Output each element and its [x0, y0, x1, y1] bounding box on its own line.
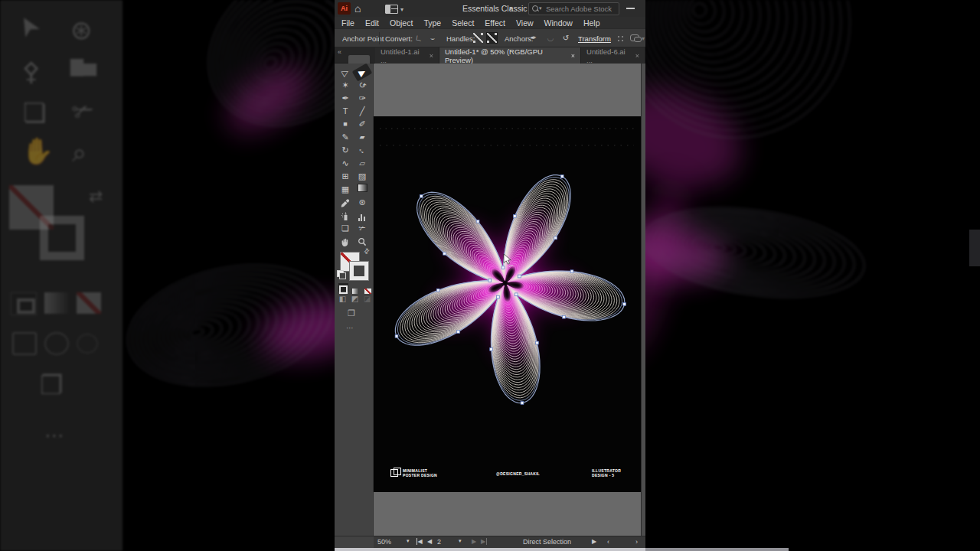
tool-perspective-grid[interactable]: ▨ — [354, 171, 371, 182]
tool-shape-builder[interactable]: ⊞ — [337, 171, 354, 182]
menu-select[interactable]: Select — [446, 18, 479, 28]
next-artboard-icon[interactable]: ▶ — [472, 538, 476, 545]
document-tab[interactable]: Untitled-1* @ 50% (RGB/GPU Preview)× — [439, 47, 581, 64]
search-placeholder: Search Adobe Stock — [546, 5, 612, 13]
tool-gradient[interactable] — [354, 184, 371, 195]
draw-inside-icon[interactable]: ◪ — [362, 295, 372, 304]
vertical-scrollbar[interactable] — [641, 64, 645, 548]
collapse-panel-chevrons[interactable]: « — [338, 48, 341, 56]
tool-hand[interactable] — [337, 236, 354, 247]
draw-normal-icon[interactable]: ◧ — [338, 295, 348, 304]
tool-curvature[interactable]: ✑ — [354, 93, 371, 104]
draw-behind-icon[interactable]: ◩ — [350, 295, 360, 304]
arrange-documents-chevron-icon[interactable]: ▾ — [400, 7, 403, 13]
blend-flower-artwork[interactable] — [374, 116, 641, 492]
status-bar: 50% ▾ ◀ ◀ 2 ▾ ▶ ▶ Direct Selection ▶ ‹ › — [335, 536, 645, 548]
connect-anchor-icon[interactable]: ◡ — [545, 33, 556, 44]
zoom-chevron-icon[interactable]: ▾ — [407, 538, 410, 544]
isolate-selection-icon[interactable]: ↺ — [560, 33, 571, 44]
tool-symbol-sprayer[interactable] — [337, 210, 354, 221]
default-fill-stroke-icon[interactable] — [337, 270, 344, 277]
menu-edit[interactable]: Edit — [360, 18, 384, 28]
artboard-number-value[interactable]: 2 — [437, 538, 441, 546]
hide-handles-icon[interactable] — [487, 33, 497, 43]
artboard[interactable]: MINIMALISTPOSTER DESIGN @DESIGNER_SHAKIL… — [374, 116, 641, 492]
menu-window[interactable]: Window — [539, 18, 578, 28]
stroke-swatch[interactable] — [350, 262, 368, 280]
align-options-icon[interactable] — [618, 36, 619, 37]
context-label: Anchor Point — [342, 34, 384, 43]
first-artboard-icon[interactable]: ◀ — [416, 538, 423, 545]
minimize-button[interactable] — [626, 8, 635, 9]
menu-view[interactable]: View — [511, 18, 539, 28]
workspace-switcher[interactable]: Essentials Classic — [462, 4, 528, 13]
background-scrollbar-blur — [969, 230, 980, 266]
home-icon[interactable]: ⌂ — [354, 2, 361, 15]
tool-free-transform[interactable]: ▱ — [354, 158, 371, 169]
tool-paintbrush[interactable]: ✐ — [354, 119, 371, 130]
screen-mode-icon[interactable]: ❐ — [348, 308, 355, 318]
tool-width[interactable]: ∿ — [337, 158, 354, 169]
menu-help[interactable]: Help — [578, 18, 606, 28]
poster-footer-right: ILLUSTRATORDESIGN - 5 — [592, 468, 621, 478]
tool-pencil[interactable]: ✎ — [337, 132, 354, 143]
remove-anchor-icon[interactable]: ✒ — [528, 33, 539, 44]
gradient-button[interactable] — [351, 283, 361, 292]
menu-effect[interactable]: Effect — [479, 18, 511, 28]
tool-line-segment[interactable]: ╱ — [354, 106, 371, 117]
toolbar-panel-grip[interactable] — [348, 55, 370, 64]
zoom-level-value[interactable]: 50% — [377, 538, 391, 546]
last-artboard-icon[interactable]: ▶ — [481, 538, 487, 545]
more-options-chevron-icon[interactable]: ▾ — [642, 36, 645, 42]
arrange-documents-icon[interactable] — [385, 5, 398, 14]
document-tabs: Untitled-1.ai ...×Untitled-1* @ 50% (RGB… — [375, 47, 645, 64]
color-button[interactable] — [338, 283, 348, 292]
tool-rotate[interactable]: ↻ — [337, 145, 354, 156]
tab-label: Untitled-6.ai ... — [586, 47, 631, 64]
hscroll-right-icon[interactable]: › — [635, 538, 638, 546]
tool-zoom[interactable] — [354, 236, 371, 247]
status-flyout-icon[interactable]: ▶ — [592, 538, 596, 545]
stroke-options-icon[interactable] — [630, 34, 639, 41]
workspace-chevron-icon[interactable]: ▾ — [509, 6, 512, 12]
tab-close-icon[interactable]: × — [571, 52, 575, 60]
stock-search-field[interactable]: ▾ Search Adobe Stock — [528, 2, 619, 15]
tab-close-icon[interactable]: × — [430, 52, 433, 60]
document-tab[interactable]: Untitled-1.ai ...× — [375, 47, 439, 64]
document-tab-bar: « Untitled-1.ai ...×Untitled-1* @ 50% (R… — [335, 47, 645, 64]
tool-artboard[interactable]: ❏ — [337, 223, 354, 234]
canvas-pasteboard[interactable]: MINIMALISTPOSTER DESIGN @DESIGNER_SHAKIL… — [374, 64, 641, 548]
convert-to-corner-icon[interactable]: ∟ — [413, 32, 425, 44]
artboard-chevron-icon[interactable]: ▾ — [459, 538, 462, 544]
hscroll-left-icon[interactable]: ‹ — [607, 538, 609, 546]
document-tab[interactable]: Untitled-6.ai ...× — [581, 47, 645, 64]
tool-eraser[interactable]: ▰ — [354, 132, 371, 143]
tool-eyedropper[interactable] — [337, 197, 354, 208]
transform-link[interactable]: Transform — [578, 34, 611, 43]
menu-object[interactable]: Object — [384, 18, 418, 28]
tool-column-graph[interactable] — [354, 210, 371, 221]
show-handles-icon[interactable] — [473, 33, 483, 43]
tab-close-icon[interactable]: × — [635, 52, 639, 60]
tool-magic-wand[interactable]: ✶ — [337, 80, 354, 91]
convert-to-smooth-icon[interactable]: ⌣ — [427, 33, 438, 44]
swap-fill-stroke-icon[interactable]: ⇄ — [362, 246, 371, 256]
menu-file[interactable]: File — [336, 18, 360, 28]
tool-pen[interactable]: ✒ — [337, 93, 354, 104]
tool-mesh[interactable]: ▦ — [337, 184, 354, 195]
menu-type[interactable]: Type — [418, 18, 446, 28]
handles-label: Handles: — [446, 34, 475, 43]
poster-footer-left: MINIMALISTPOSTER DESIGN — [403, 468, 437, 478]
tool-type[interactable]: T — [337, 106, 354, 117]
video-frame: ➤⊛⚴▇▅❏✃✋⌕⇄❐⋯ Ai ⌂ ▾ Essentials Classic ▾… — [0, 0, 980, 551]
current-tool-status: Direct Selection — [523, 538, 571, 546]
menu-bar: FileEditObjectTypeSelectEffectViewWindow… — [335, 17, 645, 28]
illustrator-window: Ai ⌂ ▾ Essentials Classic ▾ ▾ Search Ado… — [335, 0, 645, 551]
tool-slice[interactable]: ✃ — [354, 223, 371, 234]
tool-blend[interactable]: ⊛ — [354, 197, 371, 208]
tool-rectangle[interactable]: ■ — [337, 119, 354, 130]
poster-footer-center: @DESIGNER_SHAKIL — [496, 471, 540, 476]
edit-toolbar-icon[interactable]: ⋯ — [346, 324, 355, 332]
prev-artboard-icon[interactable]: ◀ — [427, 538, 432, 545]
none-button[interactable] — [363, 283, 373, 292]
